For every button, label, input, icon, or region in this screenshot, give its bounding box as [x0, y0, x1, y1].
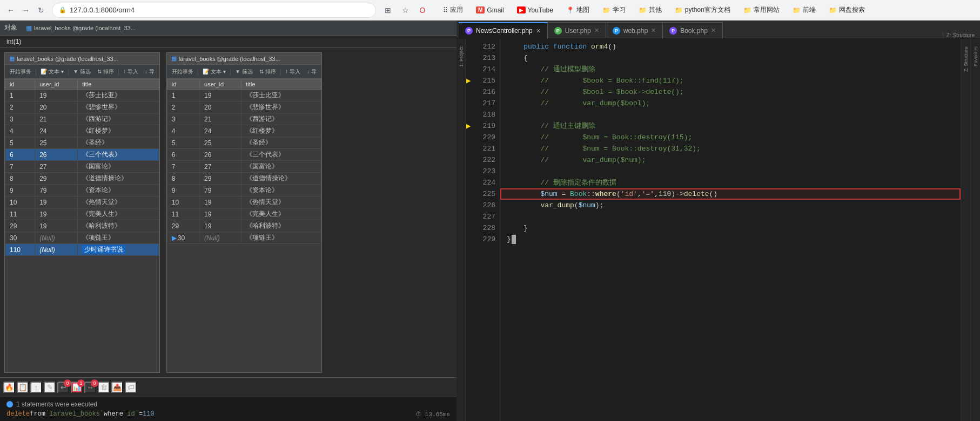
table-row[interactable]: 424《红楼梦》 [5, 125, 159, 137]
edit-icon[interactable]: ✎ [44, 382, 56, 393]
upload-icon[interactable]: ↑ [30, 382, 42, 393]
bookmark-youtube[interactable]: ▶ YouTube [513, 5, 558, 16]
cursor [512, 235, 516, 244]
delete-icon[interactable]: 🗑 [98, 382, 110, 393]
ln-226: 226 [480, 200, 495, 211]
table-row[interactable]: 2919《哈利波特》 [167, 220, 321, 232]
bookmark-study[interactable]: 📁 学习 [598, 4, 630, 16]
bookmark-maps[interactable]: 📍 地图 [562, 4, 594, 16]
bookmark-other[interactable]: 📁 其他 [634, 4, 666, 16]
table1-scroll[interactable]: id user_id title 119《莎士比亚》 220《悲惨世界》 321… [5, 79, 159, 372]
table-row[interactable]: 119《莎士比亚》 [167, 90, 321, 101]
bookmark-python[interactable]: 📁 python官方文档 [670, 4, 735, 16]
table-row[interactable]: 727《国富论》 [5, 161, 159, 173]
tab-close-news[interactable]: ✕ [536, 28, 541, 35]
bookmark-common[interactable]: 📁 常用网站 [739, 4, 784, 16]
bookmark-gmail[interactable]: M Gmail [472, 5, 508, 16]
structure-label[interactable]: Z: Structure [962, 44, 970, 74]
address-bar[interactable]: 🔒 127.0.0.1:8000/orm4 [52, 3, 376, 18]
tab-book[interactable]: P Book.php ✕ [663, 22, 723, 38]
query-time: ⏱ 13.65ms [415, 411, 450, 418]
translate-icon[interactable]: ⊞ [380, 3, 395, 18]
tag-icon[interactable]: 🏷 [125, 382, 137, 393]
table-row[interactable]: 525《圣经》 [5, 137, 159, 149]
tab-close-user[interactable]: ✕ [594, 27, 599, 34]
col-title-1[interactable]: title [78, 79, 159, 90]
structure-tab-label[interactable]: Z: Structure [943, 32, 978, 38]
sort-btn-1[interactable]: ⇅ 排序 [95, 67, 117, 77]
table-row[interactable]: 321《西游记》 [167, 113, 321, 125]
text-btn-2[interactable]: 📝 文本 ▾ [200, 67, 229, 77]
col-id-2[interactable]: id [167, 79, 199, 90]
tab-user[interactable]: P User.php ✕ [548, 22, 606, 38]
favorites-label[interactable]: Favorites [972, 44, 979, 69]
ln-223: 223 [480, 166, 495, 177]
table-row[interactable]: 119《莎士比亚》 [5, 90, 159, 101]
table-row[interactable]: 1119《完美人生》 [5, 208, 159, 220]
tab-close-book[interactable]: ✕ [711, 27, 716, 34]
import-btn-1[interactable]: ↑ 导入 [120, 67, 141, 77]
bookmark-netdisk[interactable]: 📁 网盘搜索 [824, 4, 869, 16]
tab-newscontroller[interactable]: P NewsController.php ✕ [459, 22, 548, 38]
col-userid-2[interactable]: user_id [200, 79, 241, 90]
table-row[interactable]: 220《悲惨世界》 [5, 101, 159, 113]
query-status-line: 1 statements were executed [6, 400, 450, 408]
export-btn-2[interactable]: ↓ 导 [304, 67, 319, 77]
query-text-line: delete from `laravel_books` where `id` =… [6, 410, 450, 418]
editor-tabs: P NewsController.php ✕ P User.php ✕ P we… [457, 21, 980, 39]
tab-close-web[interactable]: ✕ [651, 27, 656, 34]
opera-icon[interactable]: O [415, 3, 430, 18]
fire-icon[interactable]: 🔥 [3, 382, 15, 393]
url-text: 127.0.0.1:8000/orm4 [70, 6, 135, 14]
table-row-selected[interactable]: 626《三个代表》 [5, 149, 159, 161]
filter-btn-2[interactable]: ▼ 筛选 [232, 67, 256, 77]
table2-widget: ▦ laravel_books @grade (localhost_33... … [166, 52, 322, 373]
export-btn-1[interactable]: ↓ 导 [142, 67, 157, 77]
table-row[interactable]: 829《道德情操论》 [5, 173, 159, 185]
table2-toolbar: 开始事务 | 📝 文本 ▾ | ▼ 筛选 ⇅ 排序 | ↑ 导入 ↓ 导 [167, 65, 321, 79]
table-row[interactable]: 1019《热情天堂》 [5, 196, 159, 208]
table-row[interactable]: 525《圣经》 [167, 137, 321, 149]
db-table1-header: laravel_books @grade (localhost_33... [34, 25, 136, 31]
sort-btn-2[interactable]: ⇅ 排序 [257, 67, 279, 77]
filter-btn-1[interactable]: ▼ 筛选 [70, 67, 93, 77]
bookmark-icon[interactable]: ☆ [398, 3, 413, 18]
ln-215: 215 [480, 75, 495, 86]
clipboard-icon[interactable]: 📋 [17, 382, 29, 393]
tab-web[interactable]: P web.php ✕ [606, 22, 663, 38]
table-row[interactable]: 321《西游记》 [5, 113, 159, 125]
table-row[interactable]: 424《红楼梦》 [167, 125, 321, 137]
code-line-221: // $num = Book::destroy(31,32); [500, 143, 961, 154]
table-row[interactable]: ▶30(Null)《项链王》 [167, 232, 321, 244]
col-title-2[interactable]: title [241, 79, 321, 90]
table-row[interactable]: 1119《完美人生》 [167, 208, 321, 220]
export-status-icon[interactable]: 📤 [111, 382, 123, 393]
table-row[interactable]: 727《国富论》 [167, 161, 321, 173]
where-keyword: where [595, 188, 616, 200]
col-userid-1[interactable]: user_id [35, 79, 78, 90]
refresh-button[interactable]: ↻ [35, 4, 48, 17]
table-row[interactable]: 2919《哈利波特》 [5, 220, 159, 232]
table2-scroll[interactable]: id user_id title 119《莎士比亚》 220《悲惨世界》 321… [167, 79, 321, 372]
table-row[interactable]: 979《资本论》 [167, 185, 321, 196]
table-row-editing[interactable]: 110(Null)少时诵诗书说 [5, 244, 159, 256]
table-row[interactable]: 220《悲惨世界》 [167, 101, 321, 113]
table-row[interactable]: 829《道德情操论》 [167, 173, 321, 185]
import-btn-2[interactable]: ↑ 导入 [283, 67, 303, 77]
table-row[interactable]: 1019《热情天堂》 [167, 196, 321, 208]
bookmark-frontend[interactable]: 📁 前端 [788, 4, 820, 16]
table-row[interactable]: 979《资本论》 [5, 185, 159, 196]
table1-widget: ▦ laravel_books @grade (localhost_33... … [4, 52, 160, 373]
back-button[interactable]: ← [4, 4, 17, 17]
table-row[interactable]: 30(Null)《项链王》 [5, 232, 159, 244]
begin-transaction-2[interactable]: 开始事务 [169, 67, 196, 77]
project-label[interactable]: 1: Project [458, 44, 465, 69]
query-result-panel: 1 statements were executed delete from `… [0, 397, 457, 421]
forward-button[interactable]: → [19, 4, 32, 17]
table-row[interactable]: 626《三个代表》 [167, 149, 321, 161]
text-btn-1[interactable]: 📝 文本 ▾ [38, 67, 66, 77]
bookmark-apps[interactable]: ⠿ 应用 [439, 4, 467, 16]
code-content[interactable]: public function orm4() { // 通过模型删除 // $b… [500, 39, 961, 421]
col-id-1[interactable]: id [5, 79, 35, 90]
begin-transaction-1[interactable]: 开始事务 [7, 67, 34, 77]
